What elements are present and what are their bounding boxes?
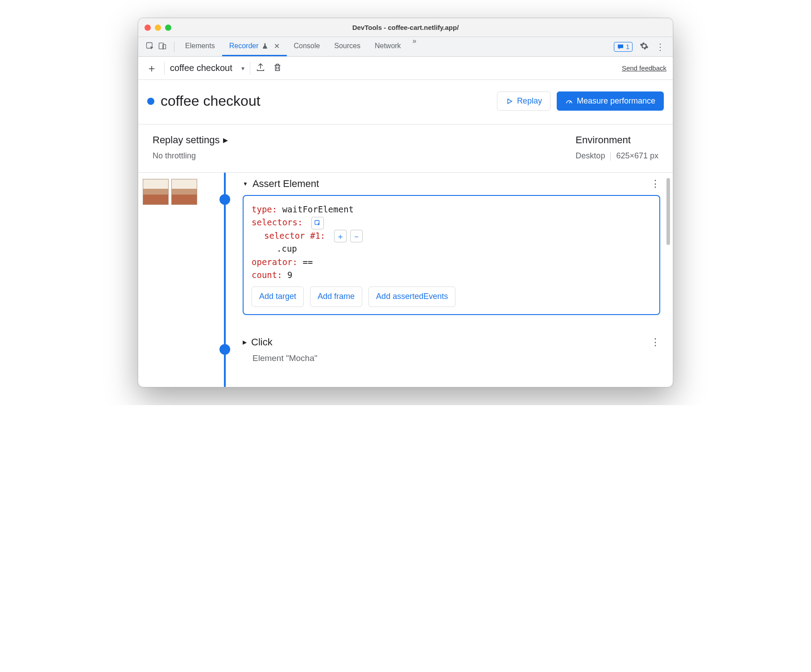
step-click: ▶ Click ⋮ Element "Mocha" xyxy=(243,336,660,363)
environment-device: Desktop xyxy=(575,151,605,161)
timeline-area: ▼ Assert Element ⋮ type: waitForElement … xyxy=(138,173,673,387)
device-toolbar-icon[interactable] xyxy=(158,41,167,52)
flask-icon xyxy=(261,42,269,50)
devtools-tabstrip: Elements Recorder ✕ Console Sources Netw… xyxy=(138,37,673,57)
recorder-toolbar: ＋ coffee checkout ▾ Send feedback xyxy=(138,57,673,80)
close-tab-icon[interactable]: ✕ xyxy=(274,42,280,50)
tab-list: Elements Recorder ✕ Console Sources Netw… xyxy=(178,37,421,56)
tab-label: Network xyxy=(375,42,401,50)
tab-label: Console xyxy=(294,42,320,50)
prop-value[interactable]: waitForElement xyxy=(282,204,354,214)
environment-dimensions: 625×671 px xyxy=(616,151,658,161)
recording-selector[interactable]: coffee checkout ▾ xyxy=(170,63,244,73)
step-subtitle: Element "Mocha" xyxy=(252,353,660,363)
step-toggle[interactable]: ▶ Click xyxy=(243,336,273,348)
divider xyxy=(610,152,611,161)
timeline-dot xyxy=(219,344,230,355)
tab-recorder[interactable]: Recorder ✕ xyxy=(222,37,287,56)
play-icon xyxy=(505,97,513,105)
tab-label: Elements xyxy=(185,42,215,50)
delete-button[interactable] xyxy=(273,62,282,74)
divider xyxy=(174,41,174,52)
devtools-window: DevTools - coffee-cart.netlify.app/ Elem… xyxy=(138,18,673,387)
add-selector-button[interactable]: ＋ xyxy=(334,230,347,242)
step-thumbnails xyxy=(143,178,197,373)
new-recording-button[interactable]: ＋ xyxy=(145,61,159,75)
step-toggle[interactable]: ▼ Assert Element xyxy=(243,178,319,190)
chevron-down-icon: ▾ xyxy=(241,65,244,72)
chevron-right-icon: ▸ xyxy=(223,134,228,146)
selector-value[interactable]: .cup xyxy=(277,244,297,253)
divider xyxy=(250,62,250,75)
more-menu-icon[interactable]: ⋮ xyxy=(656,41,665,52)
recording-selector-label: coffee checkout xyxy=(170,63,232,73)
send-feedback-link[interactable]: Send feedback xyxy=(622,64,666,72)
inspect-element-icon[interactable] xyxy=(145,41,154,52)
replay-settings-label: Replay settings xyxy=(153,134,219,146)
thumbnail[interactable] xyxy=(171,179,197,205)
step-title-label: Click xyxy=(251,336,273,348)
add-target-button[interactable]: Add target xyxy=(252,286,304,307)
replay-button[interactable]: Replay xyxy=(497,91,550,111)
prop-key: selectors xyxy=(252,217,298,227)
divider xyxy=(164,62,165,75)
window-title: DevTools - coffee-cart.netlify.app/ xyxy=(138,24,673,31)
remove-selector-button[interactable]: － xyxy=(350,230,363,242)
throttling-status: No throttling xyxy=(153,151,228,161)
tab-label: Sources xyxy=(334,42,360,50)
tab-sources[interactable]: Sources xyxy=(327,37,368,56)
environment-title: Environment xyxy=(575,134,658,146)
selector-picker-button[interactable] xyxy=(311,217,324,229)
add-frame-button[interactable]: Add frame xyxy=(310,286,362,307)
add-asserted-events-button[interactable]: Add assertedEvents xyxy=(368,286,455,307)
prop-value[interactable]: 9 xyxy=(287,270,292,280)
replay-label: Replay xyxy=(517,96,542,106)
message-icon xyxy=(617,43,624,50)
gauge-icon xyxy=(565,97,573,105)
messages-count: 1 xyxy=(626,43,629,50)
window-titlebar: DevTools - coffee-cart.netlify.app/ xyxy=(138,18,673,37)
minimize-window-button[interactable] xyxy=(155,25,161,31)
step-details-box: type: waitForElement selectors: selector… xyxy=(243,195,660,315)
tab-elements[interactable]: Elements xyxy=(178,37,222,56)
tab-network[interactable]: Network xyxy=(368,37,408,56)
step-assert-element: ▼ Assert Element ⋮ type: waitForElement … xyxy=(243,178,660,315)
step-more-menu-icon[interactable]: ⋮ xyxy=(650,336,660,348)
step-title-label: Assert Element xyxy=(252,178,319,190)
tab-console[interactable]: Console xyxy=(287,37,327,56)
maximize-window-button[interactable] xyxy=(165,25,171,31)
scrollbar-thumb[interactable] xyxy=(666,178,670,245)
settings-row: Replay settings ▸ No throttling Environm… xyxy=(138,124,673,173)
timeline-dot xyxy=(219,194,230,205)
prop-key: count xyxy=(252,270,277,280)
export-button[interactable] xyxy=(256,62,265,74)
measure-performance-button[interactable]: Measure performance xyxy=(557,91,664,111)
disclosure-triangle-closed-icon: ▶ xyxy=(243,339,247,345)
settings-gear-icon[interactable] xyxy=(640,41,649,52)
disclosure-triangle-open-icon: ▼ xyxy=(243,181,248,187)
measure-label: Measure performance xyxy=(577,96,655,106)
traffic-lights xyxy=(145,25,171,31)
prop-key: type xyxy=(252,204,272,214)
prop-value[interactable]: == xyxy=(302,257,313,267)
timeline xyxy=(224,178,225,373)
messages-badge[interactable]: 1 xyxy=(614,42,633,52)
close-window-button[interactable] xyxy=(145,25,151,31)
prop-key: selector #1 xyxy=(264,231,320,241)
tabs-overflow-icon[interactable]: » xyxy=(408,37,421,56)
prop-key: operator xyxy=(252,257,293,267)
recording-title: coffee checkout xyxy=(161,93,261,109)
replay-settings-toggle[interactable]: Replay settings ▸ xyxy=(153,134,228,146)
recording-status-dot xyxy=(147,98,154,105)
recording-header: coffee checkout Replay Measure performan… xyxy=(138,80,673,124)
step-more-menu-icon[interactable]: ⋮ xyxy=(650,178,660,190)
thumbnail[interactable] xyxy=(143,179,169,205)
tab-label: Recorder xyxy=(229,42,259,50)
